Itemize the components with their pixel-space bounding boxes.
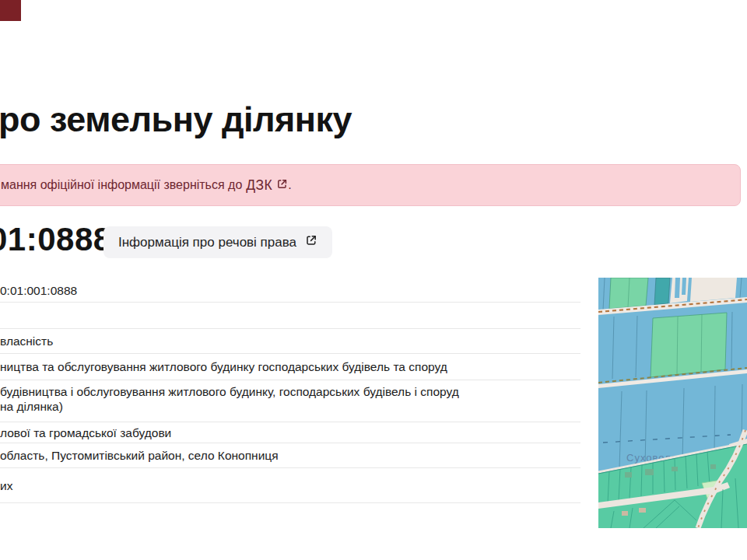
top-left-accent-block <box>0 0 21 21</box>
official-info-alert: мання офіційної інформації зверніться до… <box>0 164 741 206</box>
detail-row: власність <box>0 329 580 354</box>
cadastral-number-heading: 01:0888 <box>0 221 112 258</box>
property-rights-button-label: Інформація про речові права <box>118 235 296 250</box>
detail-row: ництва та обслуговування житлового будин… <box>0 354 580 380</box>
map-green-parcel <box>651 313 727 377</box>
detail-value-fragment: на ділянка) <box>0 399 580 414</box>
map-building <box>625 472 632 478</box>
detail-value-fragment: их <box>0 478 580 493</box>
detail-value-fragment: область, Пустомитівський район, село Кон… <box>0 448 580 463</box>
detail-value-fragment: лової та громадської забудови <box>0 425 580 440</box>
alert-suffix: . <box>288 178 291 192</box>
external-link-icon <box>276 177 288 194</box>
detail-row: лової та громадської забудови <box>0 422 580 443</box>
detail-row: 0:01:001:0888 <box>0 278 580 303</box>
alert-message: мання офіційної інформації зверніться до <box>1 178 242 192</box>
map-building <box>710 464 716 469</box>
external-link-icon <box>305 234 317 250</box>
map-building <box>672 467 678 471</box>
map-building <box>639 508 646 513</box>
page-title: ро земельну ділянку <box>0 100 352 140</box>
property-rights-button[interactable]: Інформація про речові права <box>103 226 332 258</box>
map-teal-parcel <box>654 278 670 305</box>
map-building <box>622 511 628 516</box>
detail-row: область, Пустомитівський район, село Кон… <box>0 443 580 468</box>
detail-value-fragment: ництва та обслуговування житлового будин… <box>0 359 580 374</box>
detail-row <box>0 303 580 329</box>
detail-value-fragment: власність <box>0 334 580 348</box>
detail-value-fragment: будівництва і обслуговування житлового б… <box>0 384 580 399</box>
map-building <box>645 469 654 475</box>
detail-row: будівництва і обслуговування житлового б… <box>0 380 580 422</box>
detail-row: их <box>0 468 580 503</box>
dzk-link[interactable]: ДЗК <box>246 177 288 194</box>
alert-content: мання офіційної інформації зверніться до… <box>0 177 292 194</box>
cadastral-map[interactable]: Суховоля <box>598 278 747 528</box>
dzk-link-label: ДЗК <box>246 177 272 194</box>
parcel-info-page: ро земельну ділянку мання офіційної інфо… <box>0 0 747 560</box>
map-open-area <box>690 278 737 302</box>
parcel-details-table: 0:01:001:0888 власність ництва та обслуг… <box>0 278 580 503</box>
detail-value-fragment: 0:01:001:0888 <box>0 283 580 298</box>
